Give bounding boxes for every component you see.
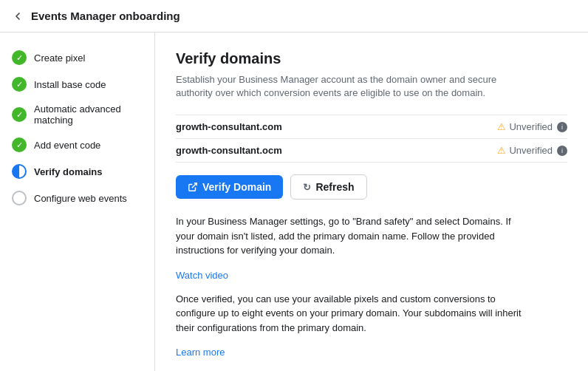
sidebar-label-automatic-advanced-matching: Automatic advanced matching xyxy=(34,103,143,126)
step-icon-configure-web-events xyxy=(12,191,27,205)
sidebar-item-automatic-advanced-matching[interactable]: ✓ Automatic advanced matching xyxy=(0,98,154,132)
refresh-label: Refresh xyxy=(315,181,354,193)
step-icon-create-pixel: ✓ xyxy=(12,50,27,65)
domain-status-2: ⚠ Unverified i xyxy=(497,145,567,156)
learn-more-link[interactable]: Learn more xyxy=(176,347,225,358)
info-section: In your Business Manager settings, go to… xyxy=(176,214,530,258)
sidebar-item-install-base-code[interactable]: ✓ Install base code xyxy=(0,71,154,98)
sidebar-item-add-event-code[interactable]: ✓ Add event code xyxy=(0,132,154,158)
domain-name-1: growth-consultant.com xyxy=(176,121,282,132)
verify-domain-button[interactable]: Verify Domain xyxy=(176,175,283,199)
step-icon-add-event-code: ✓ xyxy=(12,137,27,152)
warning-icon-2: ⚠ xyxy=(497,145,506,156)
learn-more-section: Once verified, you can use your availabl… xyxy=(176,292,530,336)
domain-name-2: growth-consultant.ocm xyxy=(176,145,282,156)
sidebar: ✓ Create pixel ✓ Install base code ✓ Aut… xyxy=(0,33,155,371)
sidebar-label-configure-web-events: Configure web events xyxy=(34,193,127,204)
refresh-icon: ↻ xyxy=(303,182,311,193)
svg-line-0 xyxy=(192,183,196,188)
domain-status-label-2: Unverified xyxy=(509,145,553,156)
sidebar-label-add-event-code: Add event code xyxy=(34,140,100,151)
main-layout: ✓ Create pixel ✓ Install base code ✓ Aut… xyxy=(0,33,588,371)
page-title: Verify domains xyxy=(176,50,567,67)
sidebar-item-configure-web-events[interactable]: Configure web events xyxy=(0,185,154,211)
domain-table: growth-consultant.com ⚠ Unverified i gro… xyxy=(176,115,567,163)
sidebar-label-install-base-code: Install base code xyxy=(34,79,106,90)
buttons-row: Verify Domain ↻ Refresh xyxy=(176,174,567,200)
content-area: Verify domains Establish your Business M… xyxy=(155,33,588,371)
sidebar-label-verify-domains: Verify domains xyxy=(34,166,102,177)
back-button[interactable] xyxy=(12,10,24,22)
header: Events Manager onboarding xyxy=(0,0,588,33)
sidebar-item-verify-domains[interactable]: Verify domains xyxy=(0,158,154,185)
step-icon-automatic-advanced-matching: ✓ xyxy=(12,107,27,122)
external-link-icon xyxy=(188,182,198,192)
step-icon-install-base-code: ✓ xyxy=(12,77,27,92)
warning-icon-1: ⚠ xyxy=(497,121,506,132)
domain-status-label-1: Unverified xyxy=(509,121,553,132)
domain-row-2: growth-consultant.ocm ⚠ Unverified i xyxy=(176,139,567,163)
domain-row-1: growth-consultant.com ⚠ Unverified i xyxy=(176,115,567,139)
watch-video-link[interactable]: Watch video xyxy=(176,270,228,281)
info-icon-1[interactable]: i xyxy=(557,122,567,132)
step-icon-verify-domains xyxy=(12,164,27,179)
sidebar-item-create-pixel[interactable]: ✓ Create pixel xyxy=(0,44,154,71)
header-title: Events Manager onboarding xyxy=(31,10,180,22)
domain-status-1: ⚠ Unverified i xyxy=(497,121,567,132)
refresh-button[interactable]: ↻ Refresh xyxy=(290,174,366,200)
verify-domain-label: Verify Domain xyxy=(202,181,271,193)
info-icon-2[interactable]: i xyxy=(557,146,567,156)
page-description: Establish your Business Manager account … xyxy=(176,73,530,100)
sidebar-label-create-pixel: Create pixel xyxy=(34,52,85,64)
